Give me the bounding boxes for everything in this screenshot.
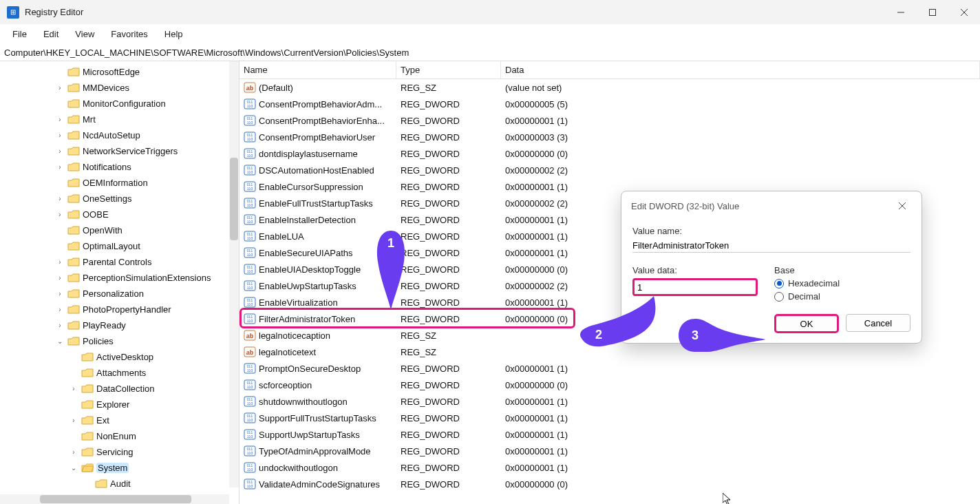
dialog-close-button[interactable] [891, 198, 913, 213]
dword-icon: 011110 [244, 180, 256, 193]
annotation-arrow-3: 3 [679, 319, 768, 352]
tree-node[interactable]: ›Servicing [0, 444, 239, 460]
expander-icon[interactable]: › [69, 448, 78, 456]
tree-node[interactable]: ›OneSettings [0, 191, 239, 207]
tree-node[interactable]: ⌄Policies [0, 333, 239, 349]
dword-icon: 011110 [244, 379, 256, 391]
list-row[interactable]: 011110ValidateAdminCodeSignaturesREG_DWO… [239, 476, 980, 492]
tree-horizontal-scrollbar[interactable] [0, 494, 229, 504]
menu-edit[interactable]: Edit [36, 26, 65, 42]
expander-icon[interactable]: › [55, 163, 65, 171]
expander-icon[interactable]: › [55, 195, 65, 202]
scrollbar-thumb[interactable] [230, 158, 238, 240]
expander-icon[interactable]: › [69, 417, 78, 424]
list-row[interactable]: 011110shutdownwithoutlogonREG_DWORD0x000… [239, 393, 980, 410]
cancel-button[interactable]: Cancel [846, 314, 910, 332]
svg-rect-1 [930, 9, 936, 15]
tree-node[interactable]: NonEnum [0, 428, 239, 444]
tree-node[interactable]: ⌄System [0, 460, 239, 476]
tree-node[interactable]: OpenWith [0, 222, 239, 238]
tree-node[interactable]: OEMInformation [0, 175, 239, 191]
svg-text:3: 3 [692, 328, 699, 342]
address-bar[interactable]: Computer\HKEY_LOCAL_MACHINE\SOFTWARE\Mic… [0, 45, 980, 61]
tree-node[interactable]: Attachments [0, 365, 239, 381]
list-row[interactable]: ab(Default)REG_SZ(value not set) [239, 79, 980, 96]
column-type[interactable]: Type [396, 61, 501, 78]
tree-node[interactable]: ›MMDevices [0, 80, 239, 96]
cursor-icon [723, 493, 734, 504]
folder-icon [81, 463, 94, 473]
tree-node[interactable]: ›Personalization [0, 286, 239, 302]
tree-node[interactable]: ›PlayReady [0, 317, 239, 333]
list-row[interactable]: 011110PromptOnSecureDesktopREG_DWORD0x00… [239, 360, 980, 377]
tree-vertical-scrollbar[interactable] [229, 61, 239, 487]
list-row[interactable]: 011110ConsentPromptBehaviorUserREG_DWORD… [239, 129, 980, 145]
expander-icon[interactable]: › [55, 306, 65, 313]
expander-icon[interactable]: › [55, 274, 65, 282]
value-data: 0x00000001 (1) [501, 463, 980, 473]
tree-node[interactable]: ›Notifications [0, 159, 239, 175]
scrollbar-thumb[interactable] [40, 495, 191, 503]
ok-button[interactable]: OK [774, 314, 839, 333]
tree-node[interactable]: ActiveDesktop [0, 349, 239, 365]
tree-node[interactable]: OptimalLayout [0, 238, 239, 254]
list-row[interactable]: 011110dontdisplaylastusernameREG_DWORD0x… [239, 145, 980, 162]
tree-node[interactable]: ›NcdAutoSetup [0, 127, 239, 143]
tree-node[interactable]: ›PerceptionSimulationExtensions [0, 270, 239, 286]
column-data[interactable]: Data [501, 61, 980, 78]
value-name-field[interactable]: FilterAdministratorToken [632, 239, 910, 253]
tree-node[interactable]: ›Mrt [0, 112, 239, 127]
expander-icon[interactable]: ⌄ [55, 337, 65, 345]
list-row[interactable]: 011110TypeOfAdminApprovalModeREG_DWORD0x… [239, 443, 980, 459]
expander-icon[interactable]: › [55, 290, 65, 297]
radio-decimal[interactable]: Decimal [774, 291, 840, 302]
list-row[interactable]: 011110ConsentPromptBehaviorAdm...REG_DWO… [239, 96, 980, 112]
titlebar[interactable]: ⊞ Registry Editor [0, 0, 980, 24]
tree-node[interactable]: Audit [0, 476, 239, 492]
svg-text:110: 110 [247, 368, 253, 372]
value-name: ConsentPromptBehaviorUser [259, 132, 375, 143]
expander-icon[interactable]: › [55, 147, 65, 155]
maximize-button[interactable] [917, 0, 948, 24]
value-type: REG_DWORD [396, 397, 501, 407]
tree-node[interactable]: ›DataCollection [0, 381, 239, 397]
expander-icon[interactable]: ⌄ [69, 464, 78, 472]
tree-node[interactable]: ›Parental Controls [0, 254, 239, 270]
menu-favorites[interactable]: Favorites [104, 26, 154, 42]
menu-help[interactable]: Help [158, 26, 190, 42]
minimize-button[interactable] [885, 0, 917, 24]
column-name[interactable]: Name [239, 61, 396, 78]
value-type: REG_DWORD [396, 479, 501, 490]
close-button[interactable] [948, 0, 980, 24]
menu-view[interactable]: View [68, 26, 101, 42]
expander-icon[interactable]: › [55, 322, 65, 329]
expander-icon[interactable]: › [55, 132, 65, 139]
list-row[interactable]: 011110SupportFullTrustStartupTasksREG_DW… [239, 410, 980, 426]
folder-icon [67, 99, 80, 109]
value-type: REG_DWORD [396, 264, 501, 275]
tree-pane[interactable]: MicrosoftEdge›MMDevicesMonitorConfigurat… [0, 61, 239, 504]
expander-icon[interactable]: › [55, 211, 65, 218]
tree-node[interactable]: MicrosoftEdge [0, 64, 239, 80]
tree-node[interactable]: Explorer [0, 397, 239, 412]
list-row[interactable]: 011110undockwithoutlogonREG_DWORD0x00000… [239, 459, 980, 476]
tree-node[interactable]: ›PhotoPropertyHandler [0, 302, 239, 317]
folder-icon [67, 131, 80, 140]
tree-node[interactable]: ›NetworkServiceTriggers [0, 143, 239, 159]
tree-node[interactable]: ›Ext [0, 412, 239, 428]
list-row[interactable]: 011110ConsentPromptBehaviorEnha...REG_DW… [239, 112, 980, 129]
list-header[interactable]: Name Type Data [239, 61, 980, 79]
expander-icon[interactable]: › [55, 84, 65, 92]
list-row[interactable]: 011110DSCAutomationHostEnabledREG_DWORD0… [239, 162, 980, 178]
dword-icon: 011110 [244, 246, 256, 259]
expander-icon[interactable]: › [55, 258, 65, 266]
list-row[interactable]: 011110scforceoptionREG_DWORD0x00000000 (… [239, 377, 980, 393]
expander-icon[interactable]: › [69, 385, 78, 392]
expander-icon[interactable]: › [55, 116, 65, 123]
tree-node[interactable]: ›OOBE [0, 207, 239, 222]
svg-text:110: 110 [247, 137, 253, 141]
radio-hexadecimal[interactable]: Hexadecimal [774, 278, 840, 288]
tree-node[interactable]: MonitorConfiguration [0, 96, 239, 112]
menu-file[interactable]: File [6, 26, 34, 42]
list-row[interactable]: 011110SupportUwpStartupTasksREG_DWORD0x0… [239, 426, 980, 443]
